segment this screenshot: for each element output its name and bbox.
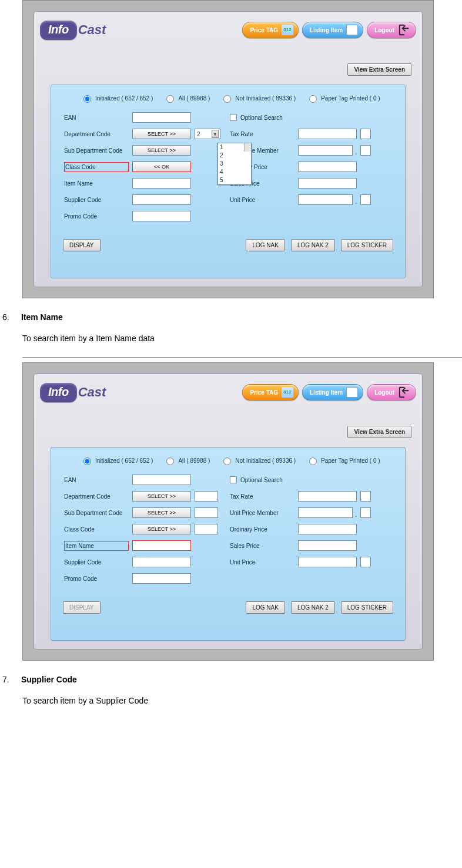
logout-label: Logout <box>374 27 394 33</box>
department-select-button[interactable]: SELECT >> <box>132 129 191 139</box>
ordinary-price-input[interactable] <box>298 162 357 172</box>
promo-code-input[interactable] <box>132 211 191 221</box>
logo: Info Cast <box>40 383 106 402</box>
search-panel: Initialized ( 652 / 652 ) All ( 89988 ) … <box>51 447 406 641</box>
optional-search-checkbox[interactable] <box>230 114 237 121</box>
display-button[interactable]: DISPLAY <box>63 601 101 614</box>
sub-department-num-input[interactable] <box>195 507 218 518</box>
sub-department-select-button[interactable]: SELECT >> <box>132 507 191 518</box>
sub-department-label: Sub Department Code <box>64 147 129 154</box>
unit-price-decimal[interactable] <box>360 194 371 205</box>
section-6-heading: 6. Item Name <box>2 312 462 322</box>
promo-code-input[interactable] <box>132 573 191 584</box>
ordinary-price-input[interactable] <box>298 524 357 534</box>
tax-rate-picker[interactable] <box>360 129 371 139</box>
class-code-select-button[interactable]: SELECT >> <box>132 524 191 534</box>
radio-not-initialized[interactable]: Not Initialized ( 89336 ) <box>220 93 296 103</box>
dropdown-option[interactable]: 3 <box>218 160 251 168</box>
display-button[interactable]: DISPLAY <box>63 239 101 251</box>
view-extra-screen-button[interactable]: View Extra Screen <box>347 426 411 438</box>
logout-button[interactable]: Logout <box>367 22 416 38</box>
tag-icon: 012 <box>282 387 293 398</box>
price-tag-button[interactable]: Price TAG 012 <box>242 384 299 401</box>
unit-price-member-decimal[interactable] <box>360 507 371 518</box>
radio-initialized-input[interactable] <box>83 95 91 103</box>
ean-input[interactable] <box>132 112 191 123</box>
scrollbar[interactable] <box>244 143 251 152</box>
radio-all[interactable]: All ( 89988 ) <box>163 456 210 465</box>
radio-paper-tag[interactable]: Paper Tag Printed ( 0 ) <box>306 456 380 465</box>
unit-price-input[interactable] <box>298 557 357 567</box>
sales-price-input[interactable] <box>298 178 357 189</box>
radio-all-input[interactable] <box>166 95 174 103</box>
view-extra-screen-button[interactable]: View Extra Screen <box>347 63 411 76</box>
ean-label: EAN <box>64 477 129 483</box>
tax-rate-picker[interactable] <box>360 491 371 502</box>
ean-input[interactable] <box>132 475 191 485</box>
department-select-button[interactable]: SELECT >> <box>132 491 191 502</box>
item-name-input[interactable] <box>132 178 191 189</box>
top-bar: Info Cast Price TAG 012 Listing Item <box>40 16 416 43</box>
class-code-num-input[interactable] <box>195 524 218 534</box>
chevron-down-icon: ▾ <box>212 130 219 138</box>
radio-initialized-input[interactable] <box>83 457 91 465</box>
log-nak-button[interactable]: LOG NAK <box>246 239 284 251</box>
dropdown-option[interactable]: 5 <box>218 176 251 184</box>
top-bar: Info Cast Price TAG 012 Listing Item <box>40 379 416 406</box>
radio-all[interactable]: All ( 89988 ) <box>163 93 210 103</box>
radio-paper-tag[interactable]: Paper Tag Printed ( 0 ) <box>306 93 380 103</box>
unit-price-member-input[interactable] <box>298 145 353 156</box>
item-name-input[interactable] <box>132 540 191 551</box>
item-name-label: Item Name <box>64 180 129 187</box>
tax-rate-input[interactable] <box>298 491 357 502</box>
supplier-code-input[interactable] <box>132 194 191 205</box>
sub-department-label: Sub Department Code <box>64 510 129 516</box>
radio-paper-tag-input[interactable] <box>309 95 317 103</box>
radio-not-initialized[interactable]: Not Initialized ( 89336 ) <box>220 456 296 465</box>
log-nak-button[interactable]: LOG NAK <box>246 601 284 614</box>
subdept-dropdown-open[interactable]: 1 2 3 4 5 <box>217 143 252 185</box>
section-7-heading: 7. Supplier Code <box>2 675 462 684</box>
unit-price-member-input[interactable] <box>298 507 353 518</box>
log-sticker-button[interactable]: LOG STICKER <box>341 601 393 614</box>
listing-item-button[interactable]: Listing Item <box>302 384 363 401</box>
optional-search-checkbox[interactable] <box>230 476 237 483</box>
dropdown-option[interactable]: 4 <box>218 168 251 176</box>
unit-price-decimal[interactable] <box>360 557 371 567</box>
exit-icon <box>398 386 411 399</box>
log-sticker-button[interactable]: LOG STICKER <box>341 239 393 251</box>
search-panel: Initialized ( 652 / 652 ) All ( 89988 ) … <box>51 85 406 278</box>
radio-paper-tag-input[interactable] <box>309 457 317 465</box>
sub-department-select-button[interactable]: SELECT >> <box>132 145 191 156</box>
logo-text: Cast <box>78 22 106 38</box>
radio-all-input[interactable] <box>166 457 174 465</box>
unit-price-input[interactable] <box>298 194 353 205</box>
optional-search-label: Optional Search <box>240 115 283 121</box>
log-nak2-button[interactable]: LOG NAK 2 <box>291 601 335 614</box>
logo: Info Cast <box>40 21 106 40</box>
listing-item-button[interactable]: Listing Item <box>302 22 363 38</box>
item-name-label: Item Name <box>64 541 129 551</box>
department-dropdown[interactable]: 2▾ <box>195 129 220 139</box>
department-num-input[interactable] <box>195 491 218 502</box>
unit-price-label: Unit Price <box>230 559 294 566</box>
class-code-ok-button[interactable]: << OK <box>132 162 191 172</box>
logout-button[interactable]: Logout <box>367 384 416 401</box>
price-tag-button[interactable]: Price TAG 012 <box>242 22 299 38</box>
sales-price-input[interactable] <box>298 540 357 551</box>
app-window: Info Cast Price TAG 012 Listing Item <box>22 362 434 661</box>
logo-text: Cast <box>78 385 106 400</box>
section-7-text: To search item by a Supplier Code <box>22 696 462 705</box>
price-tag-label: Price TAG <box>250 389 278 396</box>
dropdown-option[interactable]: 2 <box>218 152 251 160</box>
list-icon <box>346 25 358 35</box>
radio-not-initialized-input[interactable] <box>223 95 231 103</box>
radio-not-initialized-input[interactable] <box>223 457 231 465</box>
radio-initialized[interactable]: Initialized ( 652 / 652 ) <box>81 93 153 103</box>
log-nak2-button[interactable]: LOG NAK 2 <box>291 239 335 251</box>
supplier-code-input[interactable] <box>132 557 191 567</box>
unit-price-member-decimal[interactable] <box>360 145 371 156</box>
tax-rate-input[interactable] <box>298 129 357 139</box>
list-icon <box>346 387 358 398</box>
radio-initialized[interactable]: Initialized ( 652 / 652 ) <box>81 456 153 465</box>
